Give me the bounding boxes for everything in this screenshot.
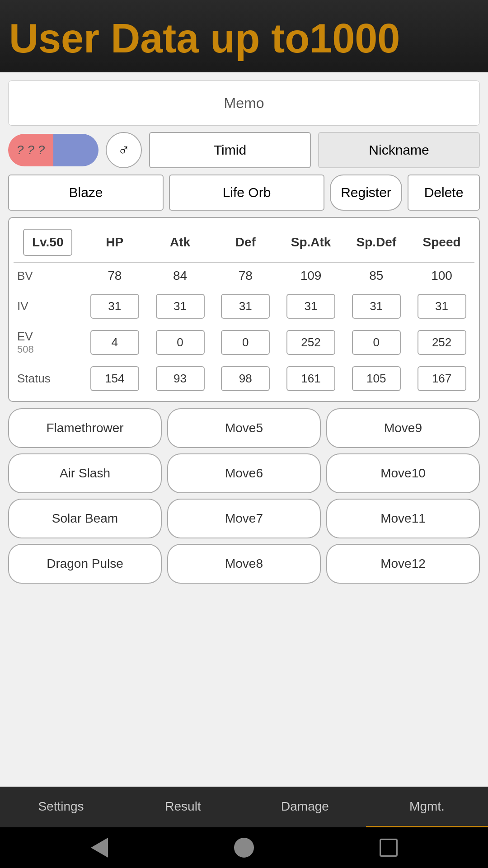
register-label: Register: [341, 185, 391, 200]
stat-input-3-3[interactable]: 161: [286, 366, 335, 391]
spdef-header: Sp.Def: [343, 222, 409, 263]
stat-cell-2-1[interactable]: 0: [147, 324, 213, 361]
stat-cell-0-5: 100: [409, 263, 474, 288]
stat-input-3-0[interactable]: 154: [90, 366, 139, 391]
stat-cell-2-2[interactable]: 0: [213, 324, 278, 361]
memo-box[interactable]: Memo: [8, 80, 480, 126]
memo-label: Memo: [224, 95, 264, 112]
move-button-1[interactable]: Flamethrower: [8, 408, 162, 448]
move-button-12[interactable]: Move12: [326, 544, 480, 584]
stat-cell-3-1[interactable]: 93: [147, 361, 213, 396]
stat-row-label-2: EV508: [14, 324, 82, 361]
stat-input-1-5[interactable]: 31: [418, 294, 466, 319]
stat-input-2-2[interactable]: 0: [221, 330, 270, 355]
stat-cell-0-1: 84: [147, 263, 213, 288]
stat-input-2-1[interactable]: 0: [156, 330, 205, 355]
level-header[interactable]: Lv.50: [14, 222, 82, 263]
register-button[interactable]: Register: [330, 175, 402, 211]
stat-cell-3-4[interactable]: 105: [343, 361, 409, 396]
title-prefix: User Data up to: [9, 16, 310, 61]
title-number: 1000: [310, 16, 400, 61]
gender-symbol: ♂: [118, 141, 130, 160]
header: User Data up to1000: [0, 0, 488, 72]
stat-cell-3-2[interactable]: 98: [213, 361, 278, 396]
stat-input-2-0[interactable]: 4: [90, 330, 139, 355]
spatk-header: Sp.Atk: [278, 222, 344, 263]
stat-cell-1-2[interactable]: 31: [213, 288, 278, 324]
move-button-11[interactable]: Move11: [326, 499, 480, 538]
held-item-button[interactable]: Life Orb: [169, 175, 324, 211]
main-content: Memo ? ? ? ♂ Timid Nickname Blaze Life O…: [0, 72, 488, 787]
move-button-10[interactable]: Move10: [326, 453, 480, 493]
stat-cell-2-5[interactable]: 252: [409, 324, 474, 361]
stat-cell-3-0[interactable]: 154: [82, 361, 147, 396]
stat-cell-2-0[interactable]: 4: [82, 324, 147, 361]
nature-button[interactable]: Timid: [149, 132, 311, 168]
stat-input-3-5[interactable]: 167: [418, 366, 466, 391]
move-button-6[interactable]: Move6: [167, 453, 321, 493]
def-header: Def: [213, 222, 278, 263]
stat-input-1-0[interactable]: 31: [90, 294, 139, 319]
stat-row-label-1: IV: [14, 288, 82, 324]
nav-label-1: Result: [165, 799, 201, 814]
stat-cell-1-4[interactable]: 31: [343, 288, 409, 324]
home-icon: [234, 838, 254, 858]
stat-input-3-1[interactable]: 93: [156, 366, 205, 391]
ability-button[interactable]: Blaze: [8, 175, 164, 211]
stat-input-3-2[interactable]: 98: [221, 366, 270, 391]
nav-label-0: Settings: [38, 799, 84, 814]
stat-cell-1-3[interactable]: 31: [278, 288, 344, 324]
stat-cell-2-3[interactable]: 252: [278, 324, 344, 361]
stat-input-2-5[interactable]: 252: [418, 330, 466, 355]
home-button[interactable]: [230, 834, 258, 861]
stat-cell-3-5[interactable]: 167: [409, 361, 474, 396]
held-item-label: Life Orb: [223, 185, 271, 200]
type-badge[interactable]: ? ? ?: [8, 134, 99, 166]
nav-item-result[interactable]: Result: [122, 787, 244, 827]
hp-header: HP: [82, 222, 147, 263]
recents-button[interactable]: [375, 834, 402, 861]
move-button-7[interactable]: Move7: [167, 499, 321, 538]
delete-label: Delete: [424, 185, 464, 200]
atk-header: Atk: [147, 222, 213, 263]
stat-input-2-3[interactable]: 252: [286, 330, 335, 355]
move-button-4[interactable]: Dragon Pulse: [8, 544, 162, 584]
type-badge-right: [53, 134, 99, 166]
stat-input-1-1[interactable]: 31: [156, 294, 205, 319]
nav-item-mgmt[interactable]: Mgmt.: [366, 787, 488, 827]
stats-container: Lv.50 HP Atk Def Sp.Atk Sp.Def Speed BV7…: [8, 217, 480, 402]
back-button[interactable]: [86, 834, 113, 861]
delete-button[interactable]: Delete: [408, 175, 480, 211]
stat-cell-0-4: 85: [343, 263, 409, 288]
move-button-2[interactable]: Air Slash: [8, 453, 162, 493]
stat-cell-3-3[interactable]: 161: [278, 361, 344, 396]
level-value: Lv.50: [23, 229, 73, 256]
stat-row-label-0: BV: [14, 263, 82, 288]
speed-header: Speed: [409, 222, 474, 263]
nature-label: Timid: [214, 142, 246, 158]
stat-cell-1-0[interactable]: 31: [82, 288, 147, 324]
moves-grid: FlamethrowerMove5Move9Air SlashMove6Move…: [8, 408, 480, 584]
gender-button[interactable]: ♂: [106, 132, 142, 168]
nickname-button[interactable]: Nickname: [318, 132, 480, 168]
system-nav: [0, 827, 488, 868]
stat-cell-2-4[interactable]: 0: [343, 324, 409, 361]
nav-item-settings[interactable]: Settings: [0, 787, 122, 827]
move-button-5[interactable]: Move5: [167, 408, 321, 448]
move-button-8[interactable]: Move8: [167, 544, 321, 584]
move-button-9[interactable]: Move9: [326, 408, 480, 448]
stat-input-2-4[interactable]: 0: [352, 330, 401, 355]
stat-cell-1-1[interactable]: 31: [147, 288, 213, 324]
stat-input-1-3[interactable]: 31: [286, 294, 335, 319]
stat-cell-1-5[interactable]: 31: [409, 288, 474, 324]
stat-input-3-4[interactable]: 105: [352, 366, 401, 391]
pokemon-info-row: ? ? ? ♂ Timid Nickname: [8, 132, 480, 168]
ability-label: Blaze: [69, 185, 103, 200]
stat-input-1-2[interactable]: 31: [221, 294, 270, 319]
type-badge-left: ? ? ?: [8, 134, 53, 166]
stat-input-1-4[interactable]: 31: [352, 294, 401, 319]
stats-table: Lv.50 HP Atk Def Sp.Atk Sp.Def Speed BV7…: [14, 222, 474, 396]
move-button-3[interactable]: Solar Beam: [8, 499, 162, 538]
type-symbols: ? ? ?: [17, 143, 45, 157]
nav-item-damage[interactable]: Damage: [244, 787, 366, 827]
